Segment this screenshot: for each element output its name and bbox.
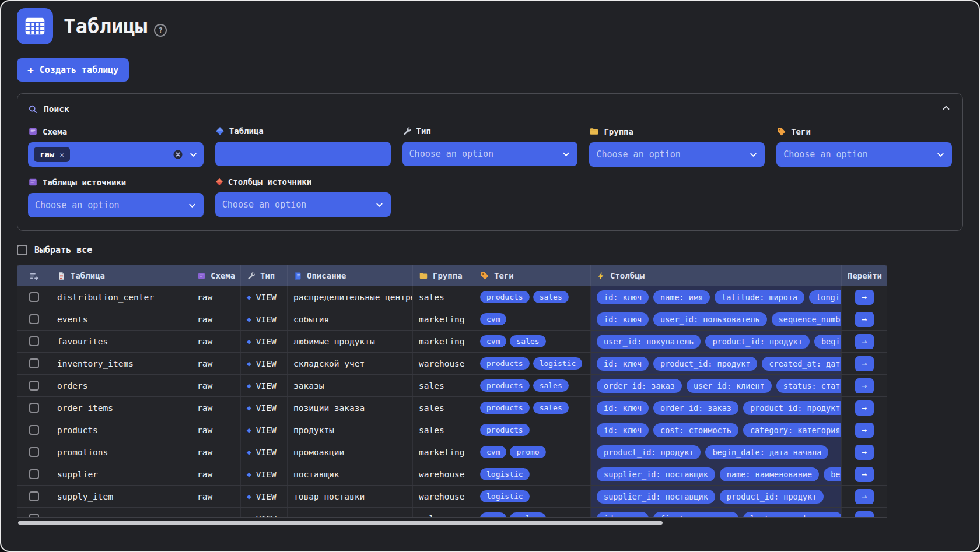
- row-checkbox[interactable]: [29, 514, 39, 517]
- cell-description: продукты: [288, 419, 413, 441]
- header-select-column: [18, 265, 51, 286]
- goto-button[interactable]: →: [855, 445, 874, 460]
- cell-columns: id: ключuser_id: пользовательsequence_nu…: [591, 308, 842, 330]
- goto-button[interactable]: →: [855, 290, 874, 305]
- cell-goto: →: [842, 419, 887, 441]
- row-checkbox[interactable]: [29, 469, 39, 479]
- cell-type: ◆VIEW: [241, 286, 288, 308]
- table-name-input[interactable]: [215, 142, 391, 166]
- wrench-icon: [247, 272, 256, 280]
- cell-columns: id: ключorder_id: заказproduct_id: проду…: [591, 397, 842, 419]
- collapse-panel-button[interactable]: [940, 102, 952, 116]
- goto-button[interactable]: →: [855, 312, 874, 327]
- column-badge: status: статус: [776, 379, 842, 393]
- cell-table-name: distribution_center: [51, 286, 191, 308]
- column-badge: product_id: продукт: [720, 490, 824, 504]
- cell-schema: raw: [191, 353, 241, 374]
- column-badge: latitude: широта: [715, 290, 804, 304]
- goto-button[interactable]: →: [855, 511, 874, 518]
- remove-tag-icon[interactable]: ×: [60, 150, 64, 159]
- cell-columns: supplier_id: поставщикname: наименование…: [591, 463, 842, 485]
- row-checkbox[interactable]: [29, 292, 39, 302]
- goto-button[interactable]: →: [855, 334, 874, 349]
- column-badge: id: ключ: [597, 512, 649, 518]
- header-label: Схема: [211, 271, 235, 280]
- tables-table: Таблица Схема Тип: [17, 265, 887, 518]
- cell-type: ◆VIEW: [241, 353, 288, 374]
- row-select-cell: [18, 397, 51, 419]
- cell-columns: user_id: покупательproduct_id: продуктbe…: [591, 331, 842, 352]
- tag-badge: logistic: [533, 357, 583, 370]
- column-badge: name: имя: [653, 290, 710, 304]
- scrollbar-thumb[interactable]: [18, 521, 663, 525]
- row-select-cell: [18, 286, 51, 308]
- group-select[interactable]: Choose an option: [589, 142, 765, 167]
- selected-tag-text: raw: [40, 150, 54, 159]
- search-fields-row-1: Схема raw ×: [28, 126, 952, 167]
- field-label-text: Схема: [43, 127, 67, 136]
- row-checkbox[interactable]: [29, 491, 39, 501]
- goto-button[interactable]: →: [855, 356, 874, 371]
- cell-group: sales: [413, 286, 474, 308]
- header-label: Перейти: [848, 271, 882, 280]
- cell-group: marketing: [413, 331, 474, 352]
- type-select[interactable]: Choose an option: [402, 142, 578, 166]
- clear-icon[interactable]: [173, 149, 183, 160]
- cell-tags: logistic: [474, 463, 591, 485]
- help-icon[interactable]: ?: [154, 24, 167, 37]
- tag-badge: sales: [533, 291, 569, 303]
- cell-description: любимые продукты: [288, 331, 413, 352]
- tags-select[interactable]: Choose an option: [776, 142, 952, 167]
- column-badge: category: категория: [743, 423, 842, 437]
- cell-goto: →: [842, 486, 887, 507]
- cell-tags: productssales: [474, 375, 591, 396]
- row-checkbox[interactable]: [29, 425, 39, 435]
- goto-button[interactable]: →: [855, 467, 874, 482]
- schema-icon: [28, 126, 38, 136]
- row-checkbox[interactable]: [29, 381, 39, 391]
- view-type-icon: ◆: [247, 359, 251, 368]
- header-schema: Схема: [191, 265, 241, 286]
- source-tables-select[interactable]: Choose an option: [28, 193, 204, 217]
- view-type-icon: ◆: [247, 448, 251, 456]
- column-badge: product_id: продукт: [705, 335, 809, 349]
- tag-badge: sales: [510, 512, 545, 517]
- chevron-up-icon: [942, 103, 951, 115]
- horizontal-scrollbar[interactable]: [17, 521, 963, 525]
- schema-multiselect[interactable]: raw ×: [28, 142, 204, 167]
- row-checkbox[interactable]: [29, 447, 39, 457]
- tag-badge: products: [480, 357, 530, 370]
- cell-columns: product_id: продуктbegin_date: дата нача…: [591, 441, 842, 463]
- header-goto: Перейти: [842, 265, 887, 286]
- table-row: order_itemsraw◆VIEWпозиции заказаsalespr…: [18, 397, 887, 419]
- goto-button[interactable]: →: [855, 489, 874, 504]
- cell-description: заказы: [288, 375, 413, 396]
- cell-tags: logistic: [474, 486, 591, 507]
- cell-tags: productssales: [474, 286, 591, 308]
- cell-group: warehouse: [413, 486, 474, 507]
- chevron-down-icon: [749, 150, 758, 159]
- cell-tags: cvmpromo: [474, 441, 591, 463]
- select-all-control[interactable]: Выбрать все: [17, 245, 92, 255]
- goto-button[interactable]: →: [855, 378, 874, 393]
- column-badge: begin_date: дата начала: [814, 335, 842, 349]
- cell-table-name: inventory_items: [51, 353, 191, 374]
- chevron-down-icon: [188, 201, 197, 210]
- tag-badge: logistic: [480, 468, 530, 480]
- row-checkbox[interactable]: [29, 314, 39, 324]
- row-checkbox[interactable]: [29, 358, 39, 368]
- source-columns-select[interactable]: Choose an option: [215, 192, 391, 217]
- app-window: Таблицы ? + Создать таблицу Поиск: [0, 0, 980, 552]
- goto-button[interactable]: →: [855, 423, 874, 438]
- field-label-text: Теги: [791, 127, 811, 136]
- column-badge: id: ключ: [597, 423, 649, 437]
- row-checkbox[interactable]: [29, 403, 39, 413]
- create-table-button[interactable]: + Создать таблицу: [17, 58, 129, 82]
- field-group: Группа Choose an option: [589, 126, 765, 167]
- cell-type: ◆VIEW: [241, 397, 288, 419]
- field-tags: Теги Choose an option: [776, 126, 952, 167]
- row-checkbox[interactable]: [29, 336, 39, 346]
- select-all-checkbox[interactable]: [17, 245, 27, 255]
- goto-button[interactable]: →: [855, 400, 874, 416]
- cell-table-name: events: [51, 308, 191, 330]
